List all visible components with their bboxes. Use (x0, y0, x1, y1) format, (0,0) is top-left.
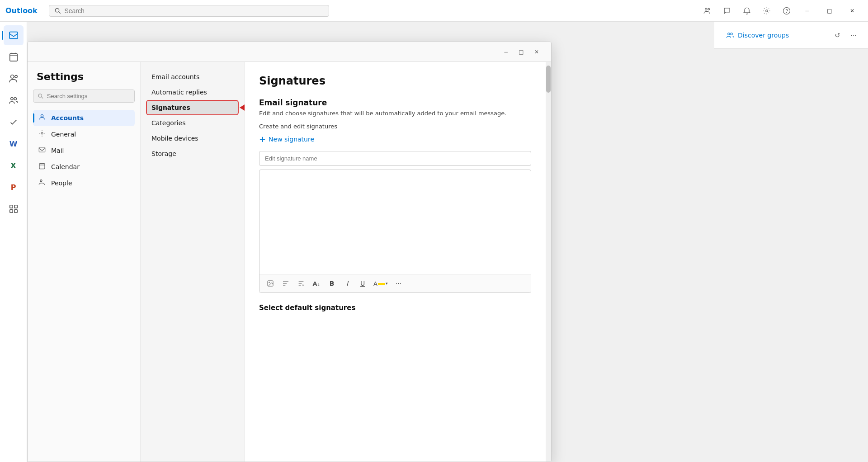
search-input[interactable] (65, 7, 324, 14)
nav-item-general[interactable]: General (33, 126, 135, 142)
sidebar-item-people[interactable] (4, 69, 24, 89)
font-color-button[interactable]: A↓ (310, 277, 323, 290)
maximize-button[interactable]: □ (819, 4, 840, 18)
sidebar-item-tasks[interactable] (4, 112, 24, 132)
insert-image-button[interactable] (264, 277, 277, 290)
title-bar: Outlook − □ ✕ (0, 0, 868, 22)
email-signature-desc: Edit and choose signatures that will be … (259, 110, 531, 117)
svg-point-6 (787, 12, 787, 13)
svg-point-11 (10, 98, 13, 100)
nav-label-people: People (51, 179, 72, 187)
submenu-mobile-devices[interactable]: Mobile devices (146, 131, 239, 146)
sidebar-item-powerpoint[interactable]: P (4, 177, 24, 197)
teams-icon[interactable] (701, 5, 713, 17)
nav-item-accounts[interactable]: Accounts (33, 110, 135, 126)
nav-item-calendar[interactable]: Calendar (33, 159, 135, 175)
dialog-maximize-button[interactable]: □ (514, 46, 528, 58)
sidebar-item-apps[interactable] (4, 199, 24, 219)
svg-point-17 (728, 33, 730, 35)
more-options-button[interactable]: ··· (846, 28, 861, 42)
svg-point-22 (41, 132, 43, 134)
svg-point-19 (38, 94, 42, 97)
dialog-minimize-button[interactable]: − (499, 46, 513, 58)
svg-line-1 (59, 12, 61, 14)
accounts-icon (38, 113, 47, 123)
right-panel-header: Discover groups ↺ ··· (714, 22, 868, 49)
select-default-signatures-label: Select default signatures (259, 304, 531, 312)
svg-rect-16 (14, 210, 17, 212)
plus-icon: + (259, 134, 266, 144)
svg-rect-23 (39, 147, 45, 152)
sidebar-item-mail[interactable] (4, 25, 24, 45)
svg-text:A: A (302, 284, 304, 286)
clear-formatting-button[interactable] (279, 277, 292, 290)
discover-groups-label: Discover groups (738, 32, 789, 39)
more-formatting-button[interactable]: ··· (392, 277, 405, 290)
submenu-label-automatic-replies: Automatic replies (151, 89, 207, 96)
submenu-email-accounts[interactable]: Email accounts (146, 69, 239, 85)
signature-editor-body[interactable] (259, 170, 531, 274)
highlight-color-swatch (378, 283, 385, 285)
svg-point-10 (14, 75, 17, 78)
minimize-button[interactable]: − (797, 4, 817, 18)
feedback-icon[interactable] (721, 5, 733, 17)
sidebar-item-calendar[interactable] (4, 47, 24, 67)
discover-groups-button[interactable]: Discover groups (722, 28, 793, 42)
font-size-button[interactable]: A (295, 277, 307, 290)
svg-point-2 (705, 8, 708, 10)
search-settings-field[interactable] (33, 90, 135, 103)
close-button[interactable]: ✕ (842, 4, 863, 18)
svg-rect-13 (9, 205, 12, 208)
svg-rect-14 (14, 205, 17, 208)
main-content: Signatures Email signature Edit and choo… (245, 62, 546, 462)
signature-editor[interactable]: A A↓ B I U A ▾ (259, 170, 531, 293)
svg-rect-8 (9, 54, 17, 61)
sidebar-item-word[interactable]: W (4, 134, 24, 154)
italic-button[interactable]: I (341, 277, 354, 290)
highlight-button[interactable]: A ▾ (372, 279, 389, 288)
sidebar-item-excel[interactable]: X (4, 156, 24, 175)
help-icon[interactable] (780, 5, 793, 17)
settings-icon[interactable] (760, 5, 773, 17)
content-scrollbar[interactable] (546, 62, 551, 462)
scroll-thumb[interactable] (546, 66, 551, 93)
sidebar-item-groups[interactable] (4, 90, 24, 110)
signatures-title: Signatures (259, 75, 531, 87)
nav-item-mail[interactable]: Mail (33, 142, 135, 159)
underline-button[interactable]: U (356, 277, 369, 290)
signature-name-input[interactable] (259, 151, 531, 166)
svg-rect-24 (39, 164, 45, 169)
content-scroll-area: Signatures Email signature Edit and choo… (245, 62, 551, 462)
accounts-submenu: Email accounts Automatic replies Signatu… (141, 62, 245, 462)
general-icon (38, 130, 47, 139)
dialog-title-bar: − □ ✕ (28, 42, 551, 62)
groups-icon (726, 31, 734, 39)
dialog-body: Settings Accounts (28, 62, 551, 462)
mail-nav-icon (38, 146, 47, 155)
dialog-close-button[interactable]: ✕ (529, 46, 544, 58)
submenu-automatic-replies[interactable]: Automatic replies (146, 85, 239, 100)
svg-point-27 (269, 282, 270, 283)
calendar-nav-icon (38, 162, 47, 171)
new-signature-label: New signature (269, 136, 314, 143)
create-edit-label: Create and edit signatures (259, 123, 531, 130)
title-search-bar[interactable] (49, 5, 329, 17)
search-settings-icon (38, 93, 43, 99)
app-title: Outlook (5, 6, 42, 15)
refresh-button[interactable]: ↺ (830, 28, 844, 42)
search-settings-input[interactable] (47, 93, 130, 99)
notifications-icon[interactable] (741, 5, 753, 17)
submenu-label-email-accounts: Email accounts (151, 73, 199, 80)
nav-label-general: General (51, 131, 76, 138)
dialog-window-controls: − □ ✕ (499, 46, 544, 58)
new-signature-button[interactable]: + New signature (259, 134, 531, 144)
submenu-signatures[interactable]: Signatures (146, 100, 239, 115)
nav-item-people[interactable]: People (33, 175, 135, 191)
svg-point-3 (708, 8, 710, 10)
submenu-categories[interactable]: Categories (146, 115, 239, 131)
submenu-storage[interactable]: Storage (146, 146, 239, 161)
bold-button[interactable]: B (326, 277, 338, 290)
svg-rect-15 (9, 210, 12, 212)
submenu-label-mobile-devices: Mobile devices (151, 135, 198, 142)
window-controls: − □ ✕ (797, 4, 863, 18)
